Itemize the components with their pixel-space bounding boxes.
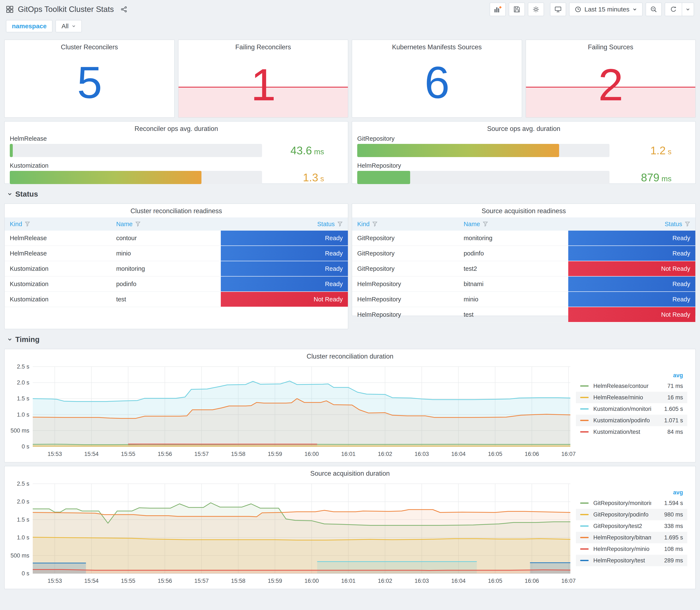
legend-item[interactable]: GitRepository/monitoring1.594 s (576, 497, 687, 509)
panel-title: Cluster Reconcilers (5, 43, 174, 51)
gauge-row: GitRepository1.2 s (357, 135, 690, 157)
cell-status: Ready (221, 276, 348, 292)
panel-cluster-reconciliation-duration: Cluster reconciliation duration 15:5315:… (4, 349, 696, 463)
save-dashboard-button[interactable] (509, 2, 525, 16)
series-color-dash (580, 431, 589, 433)
cell-status: Ready (568, 230, 695, 246)
gauge-track (10, 171, 262, 184)
chart-legend: avgHelmRelease/contour71 msHelmRelease/m… (576, 370, 695, 438)
svg-text:16:04: 16:04 (451, 451, 466, 457)
stat-panel: Failing Reconcilers1 (178, 39, 348, 118)
series-color-dash (580, 560, 589, 561)
svg-text:1.5 s: 1.5 s (17, 516, 29, 523)
table-header-row: KindNameStatus (5, 218, 348, 230)
series-name: GitRepository/podinfo (593, 511, 651, 518)
svg-text:16:06: 16:06 (525, 451, 539, 457)
zoom-out-button[interactable] (646, 2, 662, 16)
section-label: Timing (15, 335, 39, 344)
svg-text:16:00: 16:00 (305, 451, 319, 457)
chevron-down-icon (7, 192, 12, 197)
share-icon[interactable] (120, 6, 128, 13)
filter-funnel-icon[interactable] (25, 221, 30, 227)
table-row: HelmRepositorytestNot Ready (352, 307, 695, 322)
stat-panel: Cluster Reconcilers5 (4, 39, 175, 118)
table-row: HelmReleasecontourReady (5, 230, 348, 246)
legend-avg-header[interactable]: avg (651, 372, 683, 379)
refresh-button[interactable] (665, 3, 682, 16)
stat-value: 1 (179, 62, 348, 107)
cell-kind: HelmRepository (352, 307, 459, 322)
cell-name: test2 (459, 261, 568, 276)
table-row: KustomizationpodinfoReady (5, 276, 348, 292)
svg-text:2.5 s: 2.5 s (17, 481, 29, 487)
series-name: Kustomization/podinfo (593, 417, 651, 424)
refresh-interval-dropdown[interactable] (682, 3, 694, 16)
time-range-picker[interactable]: Last 15 minutes (569, 2, 642, 16)
gauge-fill (10, 144, 13, 157)
svg-text:1.0 s: 1.0 s (17, 412, 29, 418)
legend-item[interactable]: GitRepository/podinfo980 ms (576, 509, 687, 520)
variables-row: namespace All (0, 19, 700, 39)
chart-canvas: 15:5315:5415:5515:5615:5715:5815:5916:00… (6, 363, 576, 459)
cell-status: Ready (568, 276, 695, 292)
chart-canvas: 15:5315:5415:5515:5615:5715:5815:5916:00… (6, 480, 576, 586)
gauge-row: Kustomization1.3 s (10, 162, 343, 184)
svg-text:16:02: 16:02 (378, 578, 392, 584)
cell-name: monitoring (459, 230, 568, 246)
filter-funnel-icon[interactable] (685, 221, 690, 227)
section-row-timing[interactable]: Timing (7, 335, 694, 344)
filter-funnel-icon[interactable] (483, 221, 488, 227)
section-row-status[interactable]: Status (7, 190, 694, 198)
legend-item[interactable]: Kustomization/test84 ms (576, 426, 687, 438)
svg-text:2.5 s: 2.5 s (17, 364, 29, 370)
filter-funnel-icon[interactable] (372, 221, 378, 227)
gauge-track (10, 144, 262, 157)
svg-text:15:55: 15:55 (121, 578, 135, 584)
add-panel-button[interactable] (490, 2, 506, 16)
legend-item[interactable]: Kustomization/podinfo1.071 s (576, 415, 687, 426)
filter-funnel-icon[interactable] (135, 221, 141, 227)
cell-kind: HelmRepository (352, 276, 459, 292)
svg-text:15:57: 15:57 (194, 578, 209, 584)
series-color-dash (580, 397, 589, 398)
gauge-label: HelmRelease (10, 135, 262, 142)
column-header-status[interactable]: Status (221, 221, 348, 228)
dashboard-header: GitOps Toolkit Cluster Stats (0, 0, 700, 19)
dashboard-settings-button[interactable] (528, 2, 544, 16)
panel-source-acquisition-duration: Source acquisition duration 15:5315:5415… (4, 466, 696, 589)
cell-name: test (111, 292, 221, 307)
filter-funnel-icon[interactable] (337, 221, 343, 227)
svg-text:16:03: 16:03 (414, 578, 429, 584)
series-name: HelmRelease/minio (593, 394, 651, 401)
legend-item[interactable]: GitRepository/test2338 ms (576, 520, 687, 532)
legend-item[interactable]: HelmRepository/test289 ms (576, 555, 687, 566)
series-avg-value: 1.605 s (651, 406, 683, 412)
time-series-plot[interactable]: 15:5315:5415:5515:5615:5715:5815:5916:00… (6, 363, 576, 459)
chart-legend: avgGitRepository/monitoring1.594 sGitRep… (576, 487, 695, 566)
cell-name: contour (111, 230, 221, 246)
column-header-name[interactable]: Name (459, 221, 568, 228)
cycle-view-mode-button[interactable] (550, 2, 566, 16)
column-header-name[interactable]: Name (111, 221, 221, 228)
legend-avg-header[interactable]: avg (651, 489, 683, 496)
stat-value: 5 (5, 60, 174, 105)
legend-item[interactable]: Kustomization/monitoring1.605 s (576, 403, 687, 415)
cell-status: Ready (221, 261, 348, 276)
legend-item[interactable]: HelmRelease/contour71 ms (576, 380, 687, 392)
column-header-kind[interactable]: Kind (352, 221, 459, 228)
panel-title: Reconciler ops avg. duration (5, 125, 348, 133)
svg-text:16:00: 16:00 (305, 578, 319, 584)
legend-item[interactable]: HelmRepository/bitnami1.695 s (576, 532, 687, 543)
variable-namespace-value-dropdown[interactable]: All (55, 20, 82, 32)
cell-kind: GitRepository (352, 246, 459, 261)
svg-text:500 ms: 500 ms (11, 428, 29, 434)
time-series-plot[interactable]: 15:5315:5415:5515:5615:5715:5815:5916:00… (6, 480, 576, 586)
column-header-status[interactable]: Status (568, 221, 695, 228)
cell-name: minio (459, 292, 568, 307)
cell-status: Ready (221, 230, 348, 246)
legend-item[interactable]: HelmRelease/minio16 ms (576, 392, 687, 403)
column-label: Name (116, 221, 133, 228)
series-color-dash (580, 385, 589, 387)
legend-item[interactable]: HelmRepository/minio108 ms (576, 543, 687, 555)
column-header-kind[interactable]: Kind (5, 221, 111, 228)
